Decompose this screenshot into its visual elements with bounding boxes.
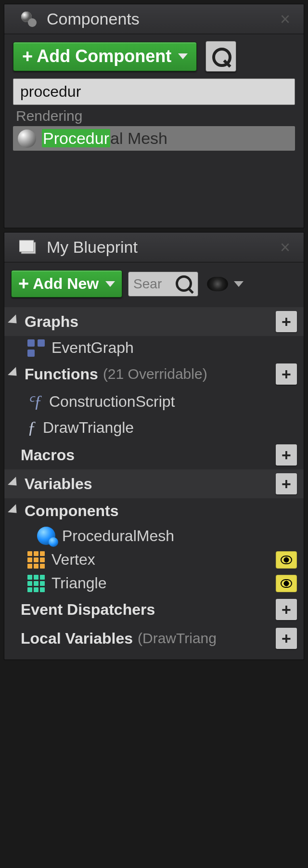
search-category-rendering: Rendering bbox=[4, 105, 304, 126]
expand-arrow-icon bbox=[8, 477, 21, 490]
item-label: DrawTriangle bbox=[43, 419, 134, 437]
section-components-label: Components bbox=[25, 502, 119, 520]
view-options-button[interactable] bbox=[204, 277, 246, 291]
add-local-variable-button[interactable]: + bbox=[276, 628, 297, 649]
components-tab-header: Components × bbox=[4, 4, 304, 34]
svg-rect-4 bbox=[19, 240, 34, 252]
blueprint-tree: Graphs + EventGraph Functions (21 Overri… bbox=[4, 305, 304, 660]
component-search-input[interactable] bbox=[13, 78, 295, 105]
section-variables-label: Variables bbox=[25, 475, 92, 493]
item-label: Triangle bbox=[51, 574, 106, 592]
section-event-dispatchers-label: Event Dispatchers bbox=[21, 601, 155, 619]
add-new-button[interactable]: + Add New bbox=[11, 270, 122, 298]
add-component-button[interactable]: + Add Component bbox=[13, 42, 197, 71]
blueprint-tab-title: My Blueprint bbox=[47, 238, 138, 257]
function-icon: ᶜƒ bbox=[27, 391, 42, 412]
item-label: Vertex bbox=[51, 551, 95, 569]
section-local-variables-label: Local Variables bbox=[21, 630, 133, 648]
components-tab-icon bbox=[19, 9, 39, 29]
eventgraph-icon bbox=[27, 339, 45, 357]
eye-icon bbox=[207, 277, 228, 291]
blueprint-toolbar: + Add New bbox=[4, 262, 304, 305]
dropdown-caret-icon bbox=[178, 53, 188, 59]
blueprint-tab-icon bbox=[19, 237, 39, 258]
add-new-label: Add New bbox=[33, 275, 99, 293]
tree-item-procedural-mesh[interactable]: ProceduralMesh bbox=[4, 524, 304, 548]
dropdown-caret-icon bbox=[234, 281, 244, 287]
tree-item-vertex[interactable]: Vertex bbox=[4, 548, 304, 571]
item-label: ConstructionScript bbox=[49, 393, 175, 411]
section-event-dispatchers[interactable]: Event Dispatchers + bbox=[4, 595, 304, 624]
my-blueprint-panel: My Blueprint × + Add New Graphs + EventG… bbox=[4, 232, 304, 660]
add-function-button[interactable]: + bbox=[276, 363, 297, 385]
section-graphs[interactable]: Graphs + bbox=[4, 307, 304, 336]
section-functions[interactable]: Functions (21 Overridable) + bbox=[4, 360, 304, 389]
blueprint-tab-header: My Blueprint × bbox=[4, 233, 304, 262]
component-var-icon bbox=[37, 527, 55, 545]
section-local-variables[interactable]: Local Variables (DrawTriang + bbox=[4, 624, 304, 653]
section-graphs-label: Graphs bbox=[25, 313, 78, 331]
dropdown-caret-icon bbox=[105, 281, 115, 287]
add-graph-button[interactable]: + bbox=[276, 311, 297, 332]
mesh-component-icon bbox=[18, 130, 36, 148]
expand-arrow-icon bbox=[8, 504, 21, 517]
components-toolbar: + Add Component bbox=[4, 34, 304, 78]
tree-item-drawtriangle[interactable]: ƒ DrawTriangle bbox=[4, 415, 304, 440]
search-result-text: Procedural Mesh bbox=[42, 129, 167, 148]
instance-editable-toggle[interactable] bbox=[276, 575, 297, 592]
blueprint-tab-close[interactable]: × bbox=[280, 237, 299, 258]
functions-note: (21 Overridable) bbox=[103, 366, 207, 382]
array-var-icon bbox=[27, 551, 45, 569]
tree-item-constructionscript[interactable]: ᶜƒ ConstructionScript bbox=[4, 389, 304, 415]
add-event-dispatcher-button[interactable]: + bbox=[276, 599, 297, 620]
expand-arrow-icon bbox=[8, 314, 21, 327]
item-label: ProceduralMesh bbox=[62, 527, 174, 545]
blueprint-search-input[interactable] bbox=[133, 276, 172, 292]
section-macros[interactable]: Macros + bbox=[4, 440, 304, 469]
section-components-group[interactable]: Components bbox=[4, 498, 304, 524]
components-panel: Components × + Add Component Rendering P… bbox=[4, 4, 304, 228]
search-icon bbox=[212, 48, 230, 65]
tree-item-triangle[interactable]: Triangle bbox=[4, 571, 304, 595]
array-var-icon bbox=[27, 575, 45, 592]
item-label: EventGraph bbox=[51, 339, 134, 357]
add-component-label: Add Component bbox=[37, 46, 171, 66]
components-tab-title: Components bbox=[47, 10, 140, 28]
add-macro-button[interactable]: + bbox=[276, 444, 297, 466]
section-macros-label: Macros bbox=[21, 446, 75, 464]
plus-icon: + bbox=[18, 273, 29, 294]
section-variables[interactable]: Variables + bbox=[4, 469, 304, 498]
section-functions-label: Functions bbox=[25, 365, 98, 383]
plus-icon: + bbox=[22, 46, 33, 67]
search-rest: al Mesh bbox=[110, 129, 167, 147]
search-result-procedural-mesh[interactable]: Procedural Mesh bbox=[13, 126, 295, 151]
blueprint-search[interactable] bbox=[128, 272, 198, 297]
svg-point-2 bbox=[28, 18, 37, 27]
search-highlight: Procedur bbox=[42, 129, 110, 147]
components-tab-close[interactable]: × bbox=[280, 9, 299, 29]
instance-editable-toggle[interactable] bbox=[276, 551, 297, 569]
add-variable-button[interactable]: + bbox=[276, 473, 297, 494]
function-icon: ƒ bbox=[27, 417, 36, 438]
tree-item-eventgraph[interactable]: EventGraph bbox=[4, 336, 304, 360]
components-search-toggle[interactable] bbox=[205, 41, 236, 72]
search-icon bbox=[176, 275, 193, 293]
local-variables-note: (DrawTriang bbox=[138, 630, 217, 647]
expand-arrow-icon bbox=[8, 367, 21, 380]
